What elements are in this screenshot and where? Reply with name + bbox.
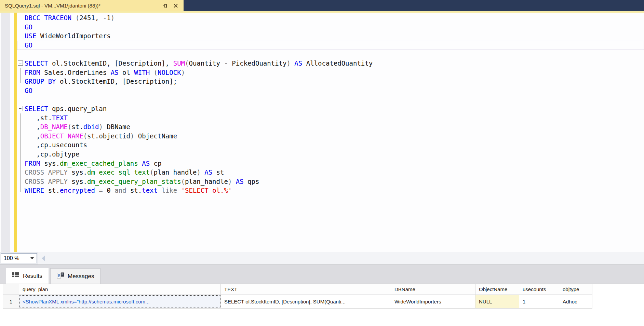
outline-guide (20, 113, 21, 123)
code-line: CROSS APPLY sys.dm_exec_query_plan_stats… (0, 177, 644, 186)
horizontal-scrollbar[interactable] (38, 252, 644, 264)
outline-guide (20, 150, 21, 159)
code-line: −SELECT qps.query_plan (0, 104, 644, 113)
code-line: ,st.TEXT (0, 113, 644, 123)
grid-cell[interactable]: 1 (519, 295, 559, 309)
tab-messages[interactable]: Messages (50, 268, 100, 284)
tab-results-label: Results (23, 273, 42, 280)
outline-guide (20, 68, 21, 77)
ssms-window: SQLQuery1.sql - VM...VM1\jdantoni (88))*… (0, 0, 644, 326)
messages-icon (57, 272, 64, 281)
collapse-toggle[interactable]: − (18, 106, 23, 111)
results-grid: query_planTEXTDBNameObjectNameusecountso… (0, 284, 644, 326)
code-line: FROM sys.dm_exec_cached_plans AS cp (0, 159, 644, 168)
code-line: −SELECT ol.StockItemID, [Description], S… (0, 59, 644, 68)
grid-cell[interactable]: Adhoc (559, 295, 592, 309)
code-line: FROM Sales.OrderLines AS ol WITH (NOLOCK… (0, 68, 644, 77)
results-tab-strip: Results Messages (0, 264, 644, 284)
outline-guide (20, 177, 21, 186)
tab-messages-label: Messages (68, 273, 94, 280)
collapse-toggle[interactable]: − (18, 60, 23, 66)
outline-guide (20, 186, 23, 192)
document-tab-title: SQLQuery1.sql - VM...VM1\jdantoni (88))* (5, 3, 100, 9)
code-line: ,DB_NAME(st.dbid) DBName (0, 122, 644, 132)
code-area[interactable]: DBCC TRACEON (2451, -1)GOUSE WideWorldIm… (0, 13, 644, 195)
grid-header-cell[interactable]: TEXT (221, 284, 391, 295)
zoom-select[interactable]: 100 % (1, 253, 37, 263)
outline-guide (20, 132, 21, 141)
pin-icon[interactable] (162, 3, 168, 9)
editor-scroll-row: 100 % (0, 252, 644, 264)
grid-header-cell[interactable]: DBName (391, 284, 475, 295)
outline-guide (20, 168, 21, 177)
tab-results[interactable]: Results (6, 268, 49, 284)
chevron-down-icon (30, 257, 34, 259)
results-grid-icon (12, 272, 19, 280)
document-tab[interactable]: SQLQuery1.sql - VM...VM1\jdantoni (88))* (0, 0, 184, 11)
grid-cell[interactable]: <ShowPlanXML xmlns="http://schemas.micro… (19, 295, 221, 309)
outline-guide (20, 122, 21, 132)
grid-table[interactable]: query_planTEXTDBNameObjectNameusecountso… (3, 284, 592, 309)
code-line: ,cp.usecounts (0, 140, 644, 150)
outline-guide (20, 140, 21, 150)
outline-guide (20, 77, 23, 83)
code-line: ,cp.objtype (0, 150, 644, 159)
grid-corner-header[interactable] (3, 284, 19, 295)
grid-header-cell[interactable]: query_plan (19, 284, 221, 295)
scroll-left-icon[interactable] (42, 256, 45, 261)
grid-header-cell[interactable]: usecounts (519, 284, 559, 295)
query-plan-link[interactable]: <ShowPlanXML xmlns="http://schemas.micro… (23, 299, 150, 304)
grid-cell[interactable]: WideWorldImporters (391, 295, 475, 309)
code-line: DBCC TRACEON (2451, -1) (0, 13, 644, 23)
code-line: GROUP BY ol.StockItemID, [Description]; (0, 77, 644, 86)
code-line (0, 50, 644, 59)
code-editor[interactable]: DBCC TRACEON (2451, -1)GOUSE WideWorldIm… (0, 13, 644, 252)
code-line: WHERE st.encrypted = 0 and st.text like … (0, 186, 644, 195)
grid-header-cell[interactable]: objtype (559, 284, 592, 295)
zoom-value: 100 % (4, 255, 19, 261)
code-line: GO (0, 41, 644, 50)
code-line: ,OBJECT_NAME(st.objectid) ObjectName (0, 132, 644, 141)
code-line (0, 95, 644, 104)
grid-header-cell[interactable]: ObjectName (475, 284, 519, 295)
code-line: CROSS APPLY sys.dm_exec_sql_text(plan_ha… (0, 168, 644, 177)
grid-row: 1<ShowPlanXML xmlns="http://schemas.micr… (3, 295, 592, 309)
close-icon[interactable] (173, 3, 178, 8)
document-tab-bar: SQLQuery1.sql - VM...VM1\jdantoni (88))* (0, 0, 644, 11)
code-line: GO (0, 23, 644, 32)
row-number[interactable]: 1 (3, 295, 19, 309)
grid-header-row: query_planTEXTDBNameObjectNameusecountso… (3, 284, 592, 295)
grid-cell[interactable]: SELECT ol.StockItemID, [Description], SU… (221, 295, 391, 309)
grid-cell[interactable]: NULL (475, 295, 519, 309)
code-line: GO (0, 86, 644, 95)
outline-guide (20, 159, 21, 168)
code-line: USE WideWorldImporters (0, 31, 644, 41)
